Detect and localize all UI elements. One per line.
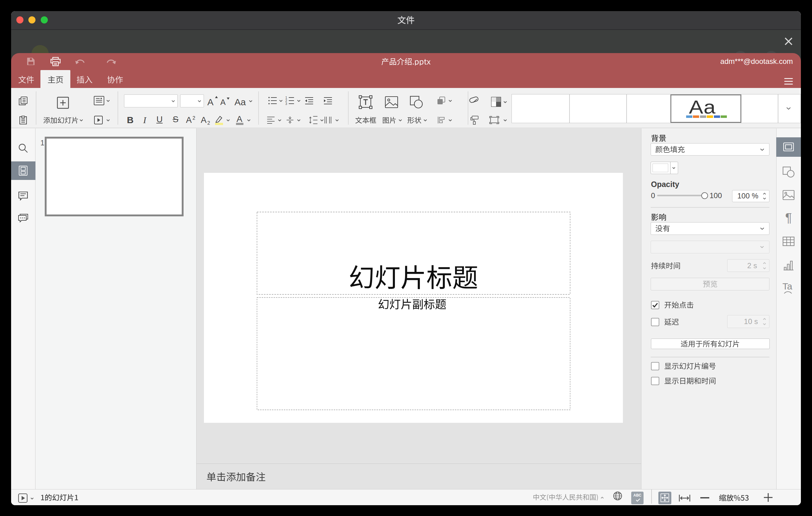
svg-text:3: 3 <box>285 102 287 105</box>
